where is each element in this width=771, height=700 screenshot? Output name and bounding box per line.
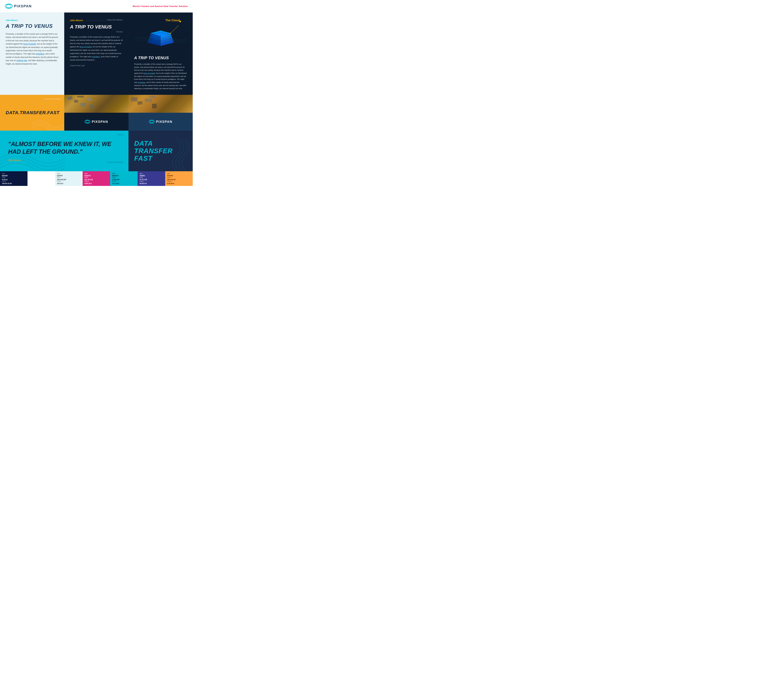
swatch-light-blue: HEX E2F4F7 RGB 226-244-247 CMYK 10-0-2-0 xyxy=(55,171,83,186)
panel2-link-moonless[interactable]: moonless xyxy=(92,55,100,58)
swatch6-cmyk-label: CMYK xyxy=(167,181,191,182)
swatch3-hex: DD267E xyxy=(85,175,108,177)
swatch5-cmyk-label: CMYK xyxy=(140,181,163,182)
swatch4-hex-label: HEX xyxy=(112,173,136,174)
swatch1-hex-label: HEX xyxy=(2,173,26,174)
swatch1-hex: 09163D xyxy=(2,175,26,177)
svg-point-18 xyxy=(86,120,89,123)
panel3-link-gravity[interactable]: force of gravity xyxy=(143,72,155,74)
pixspan-logo-icon xyxy=(5,3,13,10)
swatch4-rgb-label: RGB xyxy=(112,177,136,178)
swatch3-cmyk-label: CMYK xyxy=(85,181,108,182)
logo-blue-cell: PIXSPAN xyxy=(128,113,193,130)
panel2-body: Presently, a shudder of the vessel sent … xyxy=(70,35,123,62)
swatch2-hex-label: HEX xyxy=(57,173,81,174)
swatch5-hex: 393991 xyxy=(140,175,163,177)
logo1-icon xyxy=(85,119,90,124)
data-line2: TRANSFER xyxy=(134,147,187,155)
panel2-link-gravity[interactable]: force of gravity xyxy=(80,46,92,48)
swatch6-rgb-label: RGB xyxy=(167,177,191,178)
panel-light-blue: John Munro A TRIP TO VENUS Presently, a … xyxy=(0,13,64,95)
panel1-link-evening[interactable]: evening star xyxy=(16,59,27,62)
orange-font-hint: Chakra Patch Bold/Italic xyxy=(44,98,61,100)
cloud-dot xyxy=(179,21,181,22)
data-line1: DATA xyxy=(134,140,187,147)
svg-line-15 xyxy=(171,26,179,33)
swatch6-hex: FFA440 xyxy=(167,175,191,177)
swatch1-cmyk: 100-92-41-54 xyxy=(2,182,26,184)
swatch-gap xyxy=(28,171,55,186)
swatch6-hex-label: HEX xyxy=(167,173,191,174)
header-tagline: World's Fastest and Easiest Data Transfe… xyxy=(133,5,188,8)
panel-dark-navy: John Munro Chakra Petch Medium A TRIP TO… xyxy=(64,13,128,95)
swatch5-rgb: 57-57-145 xyxy=(140,179,163,181)
panel2-font-label3: Chakran Patch Light xyxy=(70,65,123,67)
svg-point-1 xyxy=(7,5,11,8)
panel-orange: Chakra Patch Bold/Italic DATA.TRANSFER.F… xyxy=(0,95,64,130)
main-content-grid: John Munro A TRIP TO VENUS Presently, a … xyxy=(0,13,193,95)
data-transfer-title: DATA TRANSFER FAST xyxy=(134,140,187,162)
panel1-body: Presently, a shudder of the vessel sent … xyxy=(6,33,59,65)
panel1-link-moonless[interactable]: moonless xyxy=(36,53,44,55)
swatch6-cmyk: 0-42-94-0 xyxy=(167,182,191,184)
swatch3-hex-label: HEX xyxy=(85,173,108,174)
orange-big-text: DATA.TRANSFER.FAST xyxy=(6,110,59,115)
color-swatches-row: HEX 09163D RGB 9-22-61 CMYK 100-92-41-54… xyxy=(0,171,193,186)
panel2-divider xyxy=(85,20,105,21)
panel3-body: Presently, a shudder of the vessel sent … xyxy=(134,63,187,90)
svg-point-0 xyxy=(5,4,12,8)
panel1-link-gravity[interactable]: force of gravity xyxy=(23,43,36,45)
swatch6-rgb: 285-164-64 xyxy=(167,179,191,181)
swatch4-cmyk: 71-2-19-0 xyxy=(112,182,136,184)
swatch1-rgb: 9-22-61 xyxy=(2,179,26,181)
logo-text: PIXSPAN xyxy=(14,4,32,8)
panel-data-transfer: DATA TRANSFER FAST xyxy=(128,130,193,171)
swatch-orange: HEX FFA440 RGB 285-164-64 CMYK 0-42-94-0 xyxy=(165,171,193,186)
aerial-photo-1 xyxy=(64,95,128,113)
swatch2-cmyk: 10-0-2-0 xyxy=(57,182,81,184)
logo-area: PIXSPAN xyxy=(5,3,32,10)
swatch5-cmyk: 94-94-4-0 xyxy=(140,182,163,184)
svg-point-20 xyxy=(150,120,153,123)
swatch5-hex-label: HEX xyxy=(140,173,163,174)
svg-point-19 xyxy=(149,120,155,124)
logo-dark-cell: PIXSPAN xyxy=(64,113,128,130)
cloud-illustration xyxy=(134,17,187,53)
swatch5-rgb-label: RGB xyxy=(140,177,163,178)
row-3: Timmana "ALMOST BEFORE WE KNEW IT, WE HA… xyxy=(0,130,193,171)
panel3-link-moonless[interactable]: moonless xyxy=(138,81,146,83)
swatch-purple: HEX 393991 RGB 57-57-145 CMYK 94-94-4-0 xyxy=(138,171,165,186)
swatch4-hex: 00BAD0 xyxy=(112,175,136,177)
svg-point-17 xyxy=(85,120,90,124)
logo2-text: PIXSPAN xyxy=(156,120,172,124)
swatch4-rgb: 0-186-208 xyxy=(112,179,136,181)
swatch3-rgb: 221-38-128 xyxy=(85,179,108,181)
swatch1-rgb-label: RGB xyxy=(2,177,26,178)
quote-author: John Munro xyxy=(8,159,120,161)
swatch1-cmyk-label: CMYK xyxy=(2,181,26,182)
svg-point-16 xyxy=(170,33,171,34)
swatch2-cmyk-label: CMYK xyxy=(57,181,81,182)
quote-text: "ALMOST BEFORE WE KNEW IT, WE HAD LEFT T… xyxy=(8,140,120,156)
logo2-icon xyxy=(149,119,155,124)
swatch2-rgb: 226-244-247 xyxy=(57,179,81,181)
panel2-font-label: Chakra Petch Medium xyxy=(107,19,123,21)
panel2-title: A TRIP TO VENUS xyxy=(70,24,123,29)
cloud-label: The Cloud xyxy=(165,19,180,22)
panel1-title: A TRIP TO VENUS xyxy=(6,23,59,29)
logo1-text: PIXSPAN xyxy=(92,120,108,124)
swatch4-cmyk-label: CMYK xyxy=(112,181,136,182)
swatch2-hex: E2F4F7 xyxy=(57,175,81,177)
swatch-pink: HEX DD267E RGB 221-38-128 CMYK 8-96-16-0 xyxy=(83,171,110,186)
header: PIXSPAN World's Fastest and Easiest Data… xyxy=(0,0,193,13)
data-line3: FAST xyxy=(134,155,187,162)
panel2-font-label2: Timmana xyxy=(70,31,123,33)
panel2-header-row: John Munro Chakra Petch Medium xyxy=(70,19,123,22)
swatch3-cmyk: 8-96-16-0 xyxy=(85,182,108,184)
swatch3-rgb-label: RGB xyxy=(85,177,108,178)
quote-font-hint2: Chakra Patch Medium xyxy=(107,161,124,163)
panel-quote: Timmana "ALMOST BEFORE WE KNEW IT, WE HA… xyxy=(0,130,128,171)
swatch-dark-blue: HEX 09163D RGB 9-22-61 CMYK 100-92-41-54 xyxy=(0,171,28,186)
panel3-title: A TRIP TO VENUS xyxy=(134,55,187,60)
panel2-author: John Munro xyxy=(70,19,83,22)
